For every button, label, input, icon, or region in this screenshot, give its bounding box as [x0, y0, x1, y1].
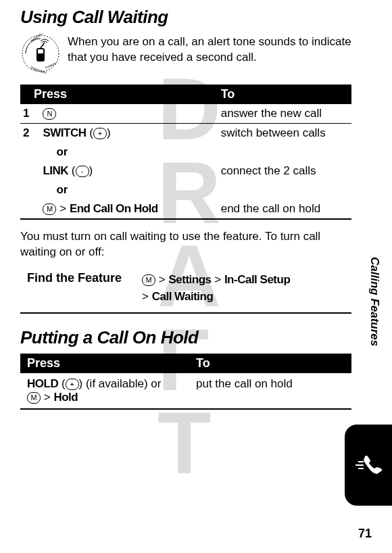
find-feature-path: M > Settings > In-Call Setup > Call Wait… — [142, 271, 290, 306]
link-label: LINK — [43, 164, 68, 177]
page-content: Using Call Waiting Network / Subscriptio… — [0, 0, 392, 420]
paragraph-turn-on: You must turn on call waiting to use the… — [20, 229, 351, 260]
table-row: or — [20, 143, 351, 162]
table-row: HOLD (+) (if available) or M > Hold put … — [20, 373, 351, 409]
table2-header-to: To — [189, 354, 351, 373]
end-call-label: End Call On Hold — [70, 202, 158, 215]
network-feature-icon: Network / Subscription Dependent Feature — [20, 33, 61, 74]
menu-key-icon: M — [142, 274, 155, 286]
row2-switch-action: switch between calls — [214, 124, 351, 143]
hold-label: HOLD — [27, 377, 58, 390]
table-row: LINK (-) connect the 2 calls — [20, 162, 351, 181]
svg-text:Feature: Feature — [45, 61, 57, 70]
row2-switch-press: SWITCH (+) — [36, 124, 214, 143]
right-softkey-icon: + — [93, 128, 107, 139]
svg-rect-5 — [38, 49, 43, 53]
table1-header-press: Press — [20, 85, 214, 104]
row2-link-press: LINK (-) — [36, 162, 214, 181]
menu-key-icon: M — [27, 392, 41, 404]
hold-action: put the call on hold — [189, 373, 351, 409]
row2-link-action: connect the 2 calls — [214, 162, 351, 181]
section2-title: Putting a Call On Hold — [20, 327, 351, 348]
left-softkey-icon: - — [76, 166, 89, 177]
hold-table: Press To HOLD (+) (if available) or M > … — [20, 354, 351, 410]
find-feature-label: Find the Feature — [20, 271, 122, 306]
intro-row: Network / Subscription Dependent Feature… — [20, 33, 351, 74]
row1-action: answer the new call — [214, 104, 351, 124]
intro-text: When you are on a call, an alert tone so… — [68, 33, 351, 66]
row-number: 1 — [20, 104, 36, 124]
page-number: 71 — [358, 527, 372, 541]
phone-tab-icon — [345, 425, 392, 506]
row2-end-action: end the call on hold — [214, 199, 351, 219]
table-row: 2 SWITCH (+) switch between calls — [20, 124, 351, 143]
switch-label: SWITCH — [43, 126, 86, 139]
table-row: 1 N answer the new call — [20, 104, 351, 124]
or-text: or — [36, 181, 214, 199]
hold-path: Hold — [53, 391, 78, 404]
hold-press: HOLD (+) (if available) or M > Hold — [20, 373, 189, 409]
table-row: M > End Call On Hold end the call on hol… — [20, 199, 351, 219]
side-section-label: Calling Features — [368, 257, 381, 346]
table-row: or — [20, 181, 351, 199]
section1-title: Using Call Waiting — [20, 7, 351, 28]
table1-header-to: To — [214, 85, 351, 104]
call-waiting-table: Press To 1 N answer the new call 2 SWITC… — [20, 85, 351, 220]
svg-line-6 — [41, 43, 45, 48]
right-softkey-icon: + — [66, 379, 79, 390]
call-key-icon: N — [43, 108, 56, 120]
row2-end-press: M > End Call On Hold — [36, 199, 214, 219]
table2-header-press: Press — [20, 354, 189, 373]
find-feature-row: Find the Feature M > Settings > In-Call … — [20, 268, 351, 314]
row-number: 2 — [20, 124, 36, 143]
menu-key-icon: M — [43, 203, 56, 215]
row1-press: N — [36, 104, 214, 124]
or-text: or — [36, 143, 214, 162]
